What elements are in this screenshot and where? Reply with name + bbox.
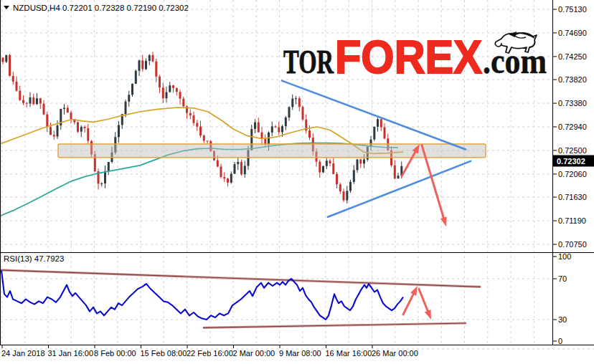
torforex-logo: TOR FOREX .com: [283, 31, 547, 83]
rsi-axis-label: 70: [558, 274, 567, 283]
date-axis-label: 22 Feb 16:00: [187, 349, 233, 358]
rsi-indicator-label: RSI(13) 47.7923: [4, 254, 64, 263]
date-axis-label: 2 Mar 00:00: [233, 349, 275, 358]
current-price-badge: 0.72302: [553, 155, 594, 167]
date-axis-label: 31 Jan 16:00: [48, 349, 94, 358]
rsi-axis-label: 0: [558, 337, 562, 345]
price-axis-label: 0.72500: [558, 146, 587, 155]
logo-text-forex: FOREX: [335, 31, 482, 83]
date-axis-label: 16 Mar 16:00: [326, 349, 372, 358]
symbol-ohlc-text: NZDUSD,H4 0.72201 0.72328 0.72190 0.7230…: [13, 4, 189, 12]
symbol-dropdown-icon[interactable]: [4, 6, 9, 9]
rsi-axis-label: 100: [558, 252, 571, 261]
price-axis-label: 0.75130: [558, 5, 587, 14]
price-axis-label: 0.70750: [558, 240, 587, 249]
chart-canvas: 0.751300.746900.742500.738200.733800.729…: [0, 0, 594, 364]
rsi-axis-label: 30: [558, 315, 567, 324]
date-axis-label: 9 Mar 08:00: [279, 349, 321, 358]
date-axis-label: 24 Jan 2018: [1, 349, 45, 358]
price-axis-label: 0.72940: [558, 123, 587, 131]
price-axis-label: 0.71630: [558, 193, 587, 201]
date-axis-label: 15 Feb 08:00: [141, 349, 187, 358]
price-axis-label: 0.71190: [558, 216, 586, 225]
price-axis-label: 0.73380: [558, 99, 587, 107]
logo-text-tor: TOR: [283, 44, 334, 80]
price-axis-label: 0.72060: [558, 170, 587, 178]
date-axis-label: 26 Mar 00:00: [372, 349, 418, 358]
current-price-text: 0.72302: [557, 157, 585, 166]
trading-chart-window: 0.751300.746900.742500.738200.733800.729…: [0, 0, 594, 364]
symbol-ohlc-label[interactable]: NZDUSD,H4 0.72201 0.72328 0.72190 0.7230…: [4, 4, 189, 12]
price-axis-label: 0.74250: [558, 52, 587, 61]
price-axis-label: 0.73820: [558, 75, 587, 84]
date-axis-label: 8 Feb 00:00: [94, 349, 136, 358]
price-axis-label: 0.74690: [558, 29, 587, 37]
